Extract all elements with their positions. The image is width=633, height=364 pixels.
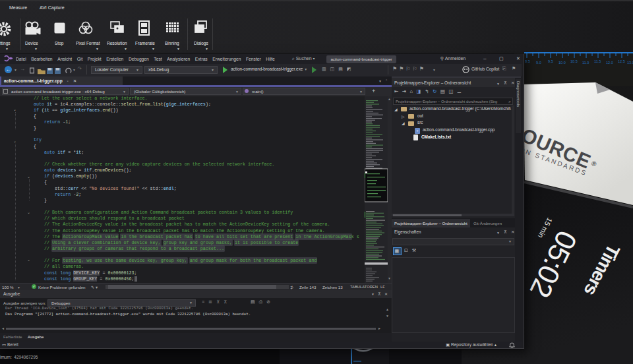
svg-text:10.0: 10.0 — [558, 61, 566, 65]
svg-text:11.0: 11.0 — [582, 61, 589, 65]
svg-text:12.5: 12.5 — [618, 59, 625, 63]
svg-text:9.0: 9.0 — [536, 61, 541, 65]
svg-text:8.5: 8.5 — [525, 59, 530, 63]
svg-text:13.0: 13.0 — [627, 61, 633, 65]
svg-text:12.0: 12.0 — [606, 61, 613, 65]
svg-text:9.5: 9.5 — [548, 59, 553, 63]
svg-text:10.5: 10.5 — [570, 59, 578, 63]
svg-text:11.5: 11.5 — [594, 59, 601, 63]
